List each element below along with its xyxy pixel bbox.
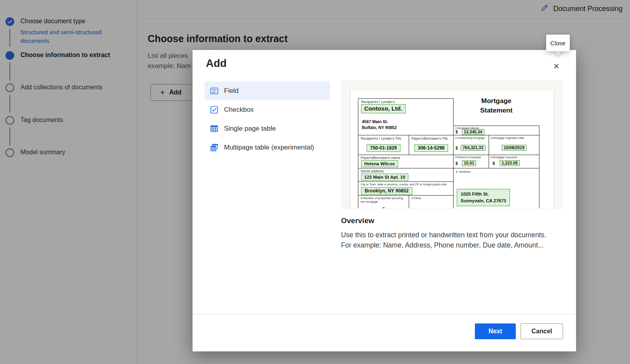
document-title: Mortgage Statement	[454, 96, 539, 115]
option-field[interactable]: Abc def Field	[205, 81, 330, 100]
checkbox-icon	[210, 105, 219, 114]
overview-heading: Overview	[341, 216, 374, 225]
highlight-refund: 15.01	[462, 160, 476, 166]
highlight-city: Brooklyn, NY 90852	[361, 187, 412, 195]
form-cell-mortgage-interest: 1.Mortgage interest $ 13,345.34	[453, 126, 539, 135]
svg-text:Abc: Abc	[212, 89, 217, 91]
extract-type-list: Abc def Field Checkbox	[205, 81, 330, 157]
cancel-button[interactable]: Cancel	[521, 323, 563, 339]
highlight-borrower-name: Helena Wilcox	[361, 160, 398, 167]
close-icon: ✕	[553, 62, 560, 71]
overview-line2: For example: Name, Address, Phone number…	[341, 241, 544, 249]
highlight-mortgage-insurance: 1,222.05	[500, 160, 520, 166]
overview-line1: Use this to extract printed or handwritt…	[341, 231, 546, 239]
form-cell-address: 6. Address 1025 Fifth St. Sunnyvale, CA …	[453, 168, 539, 209]
form-cell-refund: 4.Refund of overpaid $ 15.01	[453, 155, 489, 168]
highlight-mortgage-interest: 13,345.34	[462, 129, 484, 135]
option-single-page-table[interactable]: Single page table	[205, 119, 330, 138]
close-button[interactable]: ✕	[550, 60, 563, 72]
form-cell-mortgage-insurance: 5.Mortgage insurance $ 1,222.05	[489, 155, 539, 168]
form-cell-borrower-tin: Payer's/Borrower's TIN 306-14-5298	[409, 135, 454, 155]
form-cell-origination-date: 3.Mortgage origination date 10/08/2019	[489, 135, 539, 155]
option-checkbox[interactable]: Checkbox	[205, 100, 330, 119]
form-cell-outstanding-mortgage: 2.Outstanding mortgage $ 764,321.33	[453, 135, 489, 155]
sample-document: Mortgage Statement Recipient's / Lender'…	[351, 90, 554, 209]
add-dialog: Add ✕ Abc def Field Checkbox	[193, 50, 576, 351]
field-icon: Abc def	[210, 87, 219, 95]
option-label: Field	[224, 87, 239, 95]
next-button[interactable]: Next	[475, 323, 516, 339]
highlight-borrower-tin: 306-14-5298	[414, 144, 448, 152]
multipage-table-icon	[210, 143, 219, 152]
form-cell-num-properties: 8.Number of properties securing the mort…	[358, 195, 409, 209]
option-label: Multipage table (experimental)	[224, 144, 314, 152]
highlight-address: 1025 Fifth St. Sunnyvale, CA 27673	[457, 189, 510, 206]
form-cell-city: City or Town, state or province, country…	[358, 181, 454, 196]
form-cell-lender-tin: Recipient's / Lender's TIN 750-01-1829	[358, 135, 409, 155]
highlight-origination-date: 10/08/2019	[502, 145, 526, 151]
option-label: Single page table	[224, 125, 276, 133]
option-label: Checkbox	[224, 106, 254, 114]
footer-divider	[193, 314, 576, 314]
form-cell-lender: Recipient's / Lender's Contoso, Ltd. 456…	[358, 98, 454, 135]
close-tooltip: Close	[546, 35, 570, 51]
single-page-table-icon	[210, 124, 219, 133]
form-cell-street-address: Street address 123 Main St Apt. 10	[358, 168, 454, 182]
highlight-lender-value: Contoso, Ltd.	[361, 104, 406, 113]
dialog-title: Add	[206, 57, 226, 70]
svg-text:def: def	[212, 91, 216, 93]
form-cell-other: 9.Other	[409, 195, 454, 209]
highlight-outstanding-mortgage: 764,321.33	[461, 145, 485, 151]
highlight-street-address: 123 Main St Apt. 10	[361, 174, 408, 181]
option-multipage-table[interactable]: Multipage table (experimental)	[205, 138, 330, 157]
highlight-lender-tin: 750-01-1829	[367, 144, 400, 152]
form-cell-borrower-name: Payer's/Borrower's name Helena Wilcox	[358, 155, 454, 168]
field-preview-panel: Mortgage Statement Recipient's / Lender'…	[341, 81, 563, 209]
